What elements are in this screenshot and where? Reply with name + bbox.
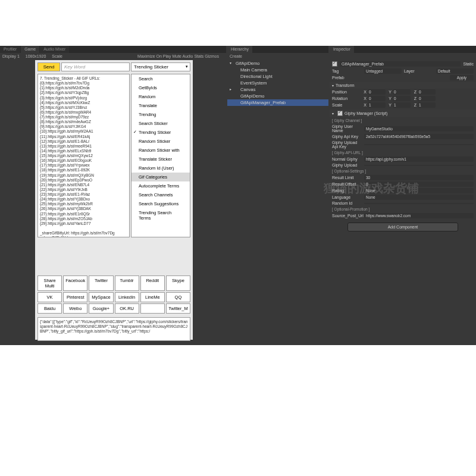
- share-vk[interactable]: VK: [37, 292, 62, 302]
- share-ok.ru[interactable]: OK.RU: [115, 303, 139, 314]
- send-button[interactable]: Send: [37, 62, 60, 71]
- option-search[interactable]: Search: [131, 74, 190, 83]
- share-myspace[interactable]: MySpace: [89, 292, 113, 302]
- game-panel: Send Key Word Trending Sticker 7. Trendi…: [35, 60, 193, 340]
- keyword-input[interactable]: Key Word: [61, 62, 130, 71]
- hierarchy-item-main-camera[interactable]: Main Camera: [227, 67, 328, 73]
- share-pinterest[interactable]: Pinterest: [63, 292, 87, 302]
- pos-x[interactable]: 0: [368, 89, 386, 95]
- offset-field[interactable]: 0: [364, 181, 474, 187]
- json-output: {"data":[{"type":"gif","id":"RcUeuyR99Oz…: [37, 317, 190, 341]
- share-baidu[interactable]: Baidu: [37, 303, 62, 314]
- add-component-button[interactable]: Add Component: [347, 223, 458, 231]
- option-search-channels[interactable]: Search Channels: [131, 190, 190, 199]
- share-google+[interactable]: Google+: [89, 303, 113, 314]
- tab-game[interactable]: Game: [21, 46, 39, 53]
- rating-field[interactable]: None: [364, 188, 474, 193]
- layer-field[interactable]: Default: [436, 68, 474, 74]
- apikey-field[interactable]: 2a52c727abfd4540d987f8ab593e5a5: [364, 134, 474, 139]
- active-checkbox[interactable]: [332, 61, 337, 67]
- option-trending-search-terms[interactable]: Trending Search Terms: [131, 208, 190, 223]
- option-getbyids[interactable]: GetByIds: [131, 83, 190, 92]
- gameobject-name[interactable]: GifApiManager_Prefab: [340, 61, 461, 67]
- share-facebook[interactable]: Facebook: [63, 275, 87, 291]
- tag-field[interactable]: Untagged: [364, 68, 402, 74]
- username-field[interactable]: MyGameStudio: [364, 126, 474, 131]
- option-translate[interactable]: Translate: [131, 101, 190, 110]
- share-buttons: Share MultiFacebookTwitterTumblrRedditSk…: [35, 273, 193, 317]
- apply-button[interactable]: Apply: [450, 75, 474, 80]
- option-random-sticker-with[interactable]: Random Sticker with: [131, 146, 190, 155]
- tab-audio-mixer[interactable]: Audio Mixer: [40, 46, 69, 53]
- share-tumblr[interactable]: Tumblr: [115, 275, 139, 291]
- share-twitter_m[interactable]: Twitter_M: [166, 303, 190, 314]
- api-dropdown[interactable]: Trending Sticker: [131, 62, 190, 71]
- rot-y[interactable]: 0: [393, 96, 411, 101]
- source-url-field[interactable]: https://www.swanob2.com: [364, 213, 474, 218]
- option-trending[interactable]: Trending: [131, 110, 190, 119]
- scale-y[interactable]: 1: [393, 102, 411, 108]
- share-weibo[interactable]: Weibo: [63, 303, 87, 314]
- option-random-id-(user)[interactable]: Random Id (User): [131, 164, 190, 173]
- tab-inspector[interactable]: Inspector: [330, 46, 354, 53]
- upload-key-field[interactable]: [364, 144, 474, 145]
- hierarchy-item-gifapidemo[interactable]: ▾GifApiDemo: [227, 60, 328, 67]
- option-search-sticker[interactable]: Search Sticker: [131, 119, 190, 128]
- option-search-suggestions[interactable]: Search Suggestions: [131, 199, 190, 208]
- option-autocomplete-terms[interactable]: Autocomplete Terms: [131, 181, 190, 190]
- hierarchy-item-gifapidemo[interactable]: GifApiDemo: [227, 93, 328, 99]
- share-reddit[interactable]: Reddit: [140, 275, 165, 291]
- pos-y[interactable]: 0: [393, 89, 411, 95]
- share-blank[interactable]: [140, 303, 165, 314]
- option-random-sticker[interactable]: Random Sticker: [131, 137, 190, 146]
- game-toolbar: Display 1 1080x1920 Scale Maximize On Pl…: [0, 53, 226, 60]
- tab-profiler[interactable]: Profiler: [0, 46, 20, 53]
- option-translate-sticker[interactable]: Translate Sticker: [131, 155, 190, 164]
- hierarchy-panel: ▾GifApiDemoMain CameraDirectional LightE…: [227, 60, 328, 106]
- share-linkedin[interactable]: LinkedIn: [115, 292, 139, 302]
- share-qq[interactable]: QQ: [166, 292, 190, 302]
- hierarchy-item-directional-light[interactable]: Directional Light: [227, 73, 328, 80]
- rot-x[interactable]: 0: [368, 96, 386, 101]
- language-field[interactable]: None: [364, 195, 474, 200]
- scale-x[interactable]: 1: [368, 102, 386, 108]
- pos-z[interactable]: 0: [418, 89, 436, 95]
- limit-field[interactable]: 30: [364, 175, 474, 180]
- randomid-field[interactable]: [364, 203, 474, 204]
- output-text: 7. Trending_Sticker - All GIF URLs:{0}:h…: [37, 74, 130, 237]
- normal-url-field[interactable]: https://api.giphy.com/v1: [364, 156, 474, 162]
- option-gif-categories[interactable]: Gif Categories: [131, 173, 190, 181]
- transform-component[interactable]: ▾Transform: [330, 82, 476, 89]
- script-component[interactable]: ▾Giphy Manager (Script): [330, 109, 476, 117]
- hierarchy-item-gifapimanager_prefab[interactable]: GifApiManager_Prefab: [227, 99, 328, 106]
- share-share-multi[interactable]: Share Multi: [37, 275, 62, 291]
- hierarchy-item-eventsystem[interactable]: EventSystem: [227, 80, 328, 86]
- rot-z[interactable]: 0: [418, 96, 436, 101]
- option-trending-sticker[interactable]: Trending Sticker: [131, 128, 190, 137]
- scale-z[interactable]: 1: [418, 102, 436, 108]
- upload-url-field[interactable]: [364, 165, 474, 166]
- tab-hierarchy[interactable]: Hierarchy: [227, 46, 252, 53]
- option-random[interactable]: Random: [131, 92, 190, 101]
- share-lineme[interactable]: LineMe: [140, 292, 165, 302]
- hierarchy-toolbar: Create: [227, 53, 328, 60]
- static-label[interactable]: Static: [463, 62, 474, 66]
- dropdown-options: SearchGetByIdsRandomTranslateTrendingSea…: [131, 74, 190, 237]
- inspector-panel: GifApiManager_Prefab Static Tag Untagged…: [330, 60, 476, 235]
- hierarchy-item-canvas[interactable]: ▸Canvas: [227, 86, 328, 93]
- share-twitter[interactable]: Twitter: [89, 275, 113, 291]
- share-skype[interactable]: Skype: [166, 275, 190, 291]
